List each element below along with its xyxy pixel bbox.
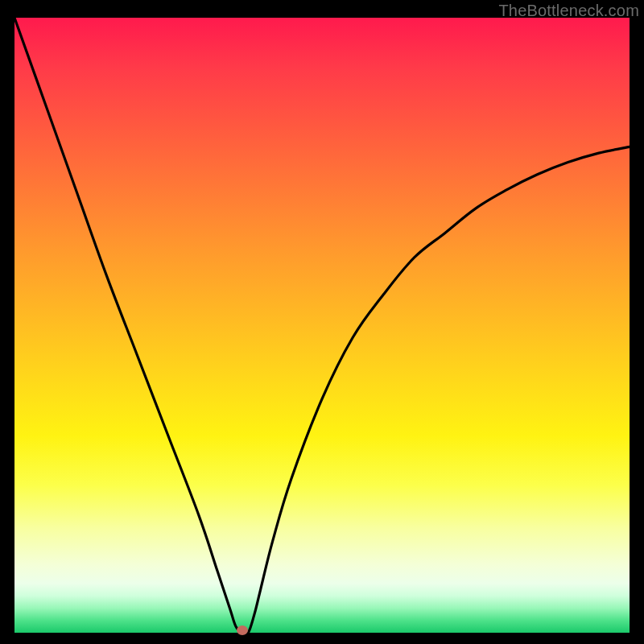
chart-frame	[14, 18, 630, 633]
min-marker-dot	[237, 625, 248, 635]
bottleneck-curve	[14, 18, 630, 633]
